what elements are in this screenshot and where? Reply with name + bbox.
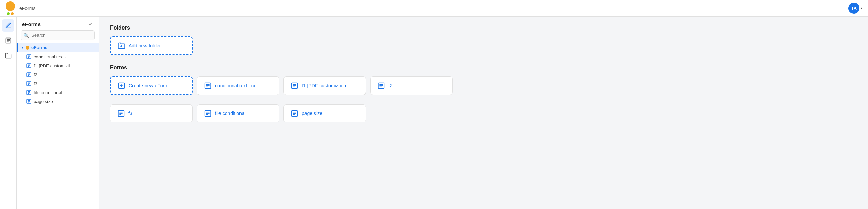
form-card-page-size[interactable]: page size <box>283 104 366 122</box>
form-card-icon <box>377 82 385 89</box>
form-icon <box>26 72 32 77</box>
edit-icon <box>5 22 12 29</box>
form-card-label: conditional text - col... <box>215 83 261 88</box>
left-panel-header: eForms « <box>17 16 99 30</box>
form-card-f2[interactable]: f2 <box>370 76 453 95</box>
user-avatar[interactable]: TA <box>848 3 859 14</box>
left-panel-title: eForms <box>22 21 41 27</box>
form-card-icon <box>204 110 212 117</box>
add-folder-card[interactable]: Add new folder <box>110 36 193 55</box>
form-icon <box>26 99 32 104</box>
form-card-label: f2 <box>388 83 393 88</box>
main-content: Folders Add new folder Forms <box>99 16 868 209</box>
form-icon <box>26 54 32 59</box>
sidebar-item-edit[interactable] <box>2 19 14 32</box>
tree-item-label: file conditional <box>34 90 62 95</box>
form-icon <box>26 90 32 95</box>
form-card-icon <box>117 110 125 117</box>
tree-container: ▾ eForms conditional text -... <box>17 43 99 209</box>
form-card-f3[interactable]: f3 <box>110 104 193 122</box>
search-icon: 🔍 <box>23 33 29 38</box>
tree-item-label: conditional text -... <box>34 54 70 59</box>
tree-item-page-size[interactable]: page size <box>17 97 99 106</box>
form-card-icon <box>204 82 212 89</box>
tree-dot <box>26 46 29 50</box>
left-panel: eForms « 🔍 ▾ eForms conditional text -..… <box>17 16 99 209</box>
user-menu-chevron[interactable]: ▾ <box>861 6 862 10</box>
form-card-conditional-text[interactable]: conditional text - col... <box>197 76 279 95</box>
folders-section-title: Folders <box>110 25 857 31</box>
form-card-f1[interactable]: f1 [PDF customiztion ... <box>283 76 366 95</box>
form-card-label: f1 [PDF customiztion ... <box>302 83 352 88</box>
create-eform-card[interactable]: Create new eForm <box>110 76 193 95</box>
forms-grid: Create new eForm conditional text - col.… <box>110 76 857 95</box>
tree-item-label: page size <box>34 99 53 104</box>
add-folder-label: Add new folder <box>129 43 161 48</box>
form-icon <box>26 63 32 68</box>
top-header: eForms TA ▾ <box>0 0 868 16</box>
tree-item-file-conditional[interactable]: file conditional <box>17 88 99 97</box>
tree-item-conditional-text[interactable]: conditional text -... <box>17 52 99 61</box>
tree-item-f3[interactable]: f3 <box>17 79 99 88</box>
logo-circle <box>6 1 15 11</box>
collapse-button[interactable]: « <box>88 21 93 28</box>
logo-dot-green <box>7 12 10 15</box>
forms-icon <box>5 37 12 44</box>
search-input[interactable] <box>21 30 95 40</box>
tree-item-f1[interactable]: f1 [PDF customizti... <box>17 61 99 70</box>
search-box: 🔍 <box>21 30 95 40</box>
sidebar-item-forms[interactable] <box>2 34 14 47</box>
icon-sidebar <box>0 16 17 209</box>
tree-root-label: eForms <box>31 45 47 50</box>
form-icon <box>26 81 32 86</box>
form-card-file-conditional[interactable]: file conditional <box>197 104 279 122</box>
forms-section-title: Forms <box>110 65 857 71</box>
app-logo <box>6 1 15 15</box>
tree-item-label: f3 <box>34 81 37 86</box>
add-folder-icon <box>118 42 125 50</box>
tree-root-eforms[interactable]: ▾ eForms <box>17 43 99 52</box>
create-eform-icon <box>118 82 125 89</box>
form-card-label: file conditional <box>215 111 246 116</box>
create-eform-label: Create new eForm <box>129 83 169 88</box>
forms-grid-row2: f3 file conditional <box>110 104 857 122</box>
tree-chevron: ▾ <box>22 45 24 50</box>
tree-item-label: f2 <box>34 72 37 77</box>
tree-item-label: f1 [PDF customizti... <box>34 63 74 68</box>
sidebar-item-folders[interactable] <box>2 50 14 62</box>
folders-icon <box>5 52 12 59</box>
logo-dot-yellow <box>11 12 14 15</box>
form-card-label: f3 <box>128 111 132 116</box>
tree-item-f2[interactable]: f2 <box>17 70 99 79</box>
app-name: eForms <box>19 6 35 11</box>
form-card-icon <box>291 110 298 117</box>
form-card-icon <box>291 82 298 89</box>
folders-grid: Add new folder <box>110 36 857 55</box>
form-card-label: page size <box>302 111 322 116</box>
